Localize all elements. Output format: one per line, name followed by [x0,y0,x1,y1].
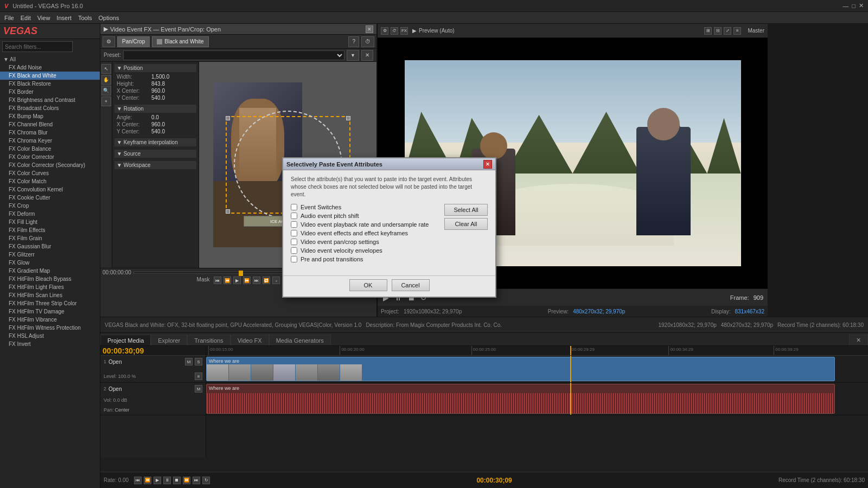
fx-item-color-curves[interactable]: FX Color Curves [0,169,100,177]
track2-mute[interactable]: M [195,385,202,393]
fx-item-hitfilm-scan[interactable]: FX HitFilm Scan Lines [0,291,100,299]
tool-pan[interactable]: ✋ [101,75,111,85]
fx-item-crop[interactable]: FX Crop [0,202,100,210]
vefx-forward-btn[interactable]: ⏩ [243,277,251,284]
cb-transitions[interactable] [291,256,297,262]
transport-begin[interactable]: ⏮ [134,477,142,484]
track1-mute[interactable]: M [185,358,193,365]
preset-delete-btn[interactable]: ✕ [361,50,373,61]
fx-item-glitzerr[interactable]: FX Glitzerr [0,251,100,259]
video-clip-1[interactable]: Where we are [206,357,835,381]
fx-item-color-corrector-sec[interactable]: FX Color Corrector (Secondary) [0,161,100,169]
preview-fx-btn[interactable]: FX [400,27,408,35]
menu-view[interactable]: View [37,15,50,21]
transport-pause[interactable]: ⏸ [163,477,171,484]
preview-sync-btn[interactable]: ⏱ [391,27,398,35]
vefx-next-btn[interactable]: ⏭ [253,277,260,284]
fx-item-hsl[interactable]: FX HSL Adjust [0,332,100,340]
cb-video-pancrop[interactable] [291,239,297,245]
fx-item-hitfilm-bleach[interactable]: FX HitFilm Bleach Bypass [0,275,100,283]
transport-loop[interactable]: ↻ [202,477,210,484]
fx-item-invert[interactable]: FX Invert [0,340,100,348]
canvas-handle-bl[interactable] [226,209,230,214]
fx-item-fill-light[interactable]: FX Fill Light [0,218,100,226]
fx-item-color-corrector[interactable]: FX Color Corrector [0,153,100,161]
menu-edit[interactable]: Edit [21,15,31,21]
fx-item-color-balance[interactable]: FX Color Balance [0,145,100,153]
fx-item-glow[interactable]: FX Glow [0,259,100,267]
cb-audio-pitch[interactable] [291,213,297,219]
tab-explorer[interactable]: Explorer [151,335,187,345]
fx-item-deform[interactable]: FX Deform [0,210,100,218]
fx-item-chroma-keyer[interactable]: FX Chroma Keyer [0,137,100,145]
fx-item-black-restore[interactable]: FX Black Restore [0,80,100,88]
vefx-close-btn[interactable]: ✕ [366,25,373,33]
fx-item-brightness[interactable]: FX Brightness and Contrast [0,96,100,104]
fx-item-hitfilm-three[interactable]: FX HitFilm Three Strip Color [0,299,100,307]
preview-snap-btn[interactable]: ⊞ [704,27,712,35]
fx-item-chroma-blur[interactable]: FX Chroma Blur [0,129,100,137]
canvas-handle-tl[interactable] [226,116,230,120]
fx-item-gradient-map[interactable]: FX Gradient Map [0,267,100,275]
clear-all-btn[interactable]: Clear All [444,218,488,230]
cb-video-effects[interactable] [291,230,297,236]
select-all-btn[interactable]: Select All [444,204,488,216]
fx-item-convolution[interactable]: FX Convolution Kernel [0,185,100,194]
tool-select[interactable]: ↖ [101,64,111,74]
fx-item-film-grain[interactable]: FX Film Grain [0,234,100,242]
tab-close-btn[interactable]: ✕ [849,335,868,345]
vefx-help-btn[interactable]: ? [348,36,359,47]
fx-item-hitfilm-witness[interactable]: FX HitFilm Witness Protection [0,324,100,332]
vefx-settings-btn[interactable]: ⚙ [103,36,115,47]
vefx-prev-btn[interactable]: ⏮ [214,277,221,284]
fx-item-channel[interactable]: FX Channel Blend [0,120,100,129]
cb-velocity[interactable] [291,247,297,254]
track1-solo[interactable]: S [195,358,202,365]
audio-clip-1[interactable]: Where we are [206,384,835,414]
fx-item-hitfilm-tv[interactable]: FX HitFilm TV Damage [0,307,100,316]
transport-end[interactable]: ⏭ [193,477,200,484]
fx-item-black-white[interactable]: FX Black and White [0,72,100,80]
vefx-rewind-btn[interactable]: ⏪ [224,277,231,284]
dialog-ok-btn[interactable]: OK [349,279,387,291]
menu-file[interactable]: File [4,15,14,21]
dialog-cancel-btn[interactable]: Cancel [392,279,430,291]
fx-item-bump[interactable]: FX Bump Map [0,112,100,120]
window-maximize[interactable]: □ [852,3,856,9]
dialog-close-btn[interactable]: ✕ [483,160,492,169]
preview-grid-btn[interactable]: ⊟ [714,27,722,35]
preset-save-btn[interactable]: ▼ [347,50,359,61]
fx-item-broadcast[interactable]: FX Broadcast Colors [0,104,100,112]
menu-options[interactable]: Options [99,15,119,21]
transport-prev[interactable]: ⏪ [144,477,151,484]
tool-zoom[interactable]: 🔍 [101,86,111,95]
fx-item-film-effects[interactable]: FX Film Effects [0,226,100,234]
transport-stop[interactable]: ⏹ [173,477,181,484]
cb-event-switches[interactable] [291,204,297,210]
menu-insert[interactable]: Insert [56,15,72,21]
fx-all-item[interactable]: ▼ All [0,55,100,63]
menu-tools[interactable]: Tools [78,15,92,21]
canvas-handle-tr[interactable] [346,116,350,120]
video-track-row[interactable]: Where we are [206,356,868,383]
tool-add[interactable]: + [101,97,111,106]
preview-settings-btn[interactable]: ⚙ [381,27,388,35]
fx-item-border[interactable]: FX Border [0,88,100,96]
transport-next[interactable]: ⏩ [183,477,190,484]
preset-select[interactable] [123,50,344,60]
tab-project-media[interactable]: Project Media [100,335,151,345]
vefx-playhead[interactable] [239,271,243,276]
tab-video-fx[interactable]: Video FX [231,335,269,345]
fx-item-hitfilm-vibrance[interactable]: FX HitFilm Vibrance [0,316,100,324]
track1-settings[interactable]: ≡ [195,373,202,380]
cb-video-playback[interactable] [291,221,297,228]
fx-item-color-match[interactable]: FX Color Match [0,177,100,185]
window-close[interactable]: ✕ [859,2,864,9]
fx-item-gaussian[interactable]: FX Gaussian Blur [0,242,100,251]
vefx-animate-btn[interactable]: ⏱ [361,36,374,47]
vefx-loop-btn[interactable]: 🔁 [263,277,270,284]
fx-item-add-noise[interactable]: FX Add Noise [0,63,100,72]
fx-item-cookie[interactable]: FX Cookie Cutter [0,194,100,202]
preview-full-btn[interactable]: ⤢ [724,27,731,35]
selectively-paste-dialog[interactable]: Selectively Paste Event Attributes ✕ Sel… [282,157,496,298]
